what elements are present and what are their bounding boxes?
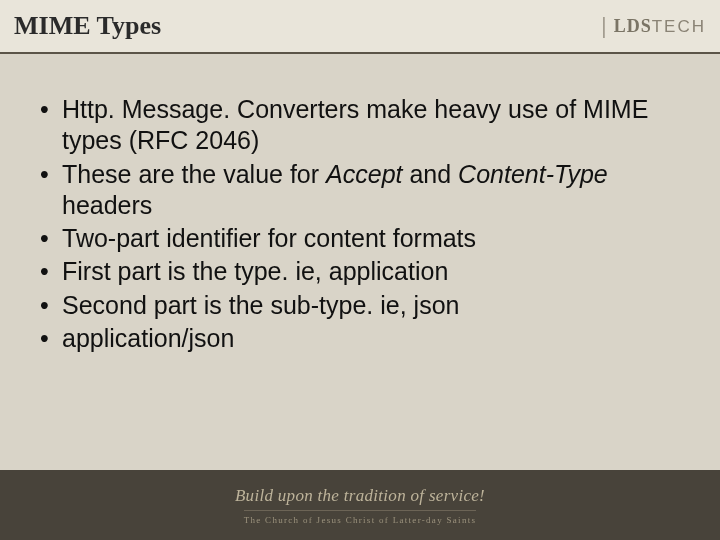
footer-tagline: Build upon the tradition of service! bbox=[235, 486, 485, 506]
slide-title: MIME Types bbox=[14, 11, 161, 41]
list-item: Http. Message. Converters make heavy use… bbox=[38, 94, 690, 157]
list-item: application/json bbox=[38, 323, 690, 354]
brand-lds: LDS bbox=[614, 16, 652, 36]
brand-divider: | bbox=[601, 13, 608, 39]
brand-logo: | LDSTECH bbox=[601, 13, 706, 39]
footer-org: The Church of Jesus Christ of Latter-day… bbox=[244, 510, 477, 525]
brand-tech: TECH bbox=[652, 17, 706, 36]
list-item: Two-part identifier for content formats bbox=[38, 223, 690, 254]
list-item: Second part is the sub-type. ie, json bbox=[38, 290, 690, 321]
slide: MIME Types | LDSTECH Http. Message. Conv… bbox=[0, 0, 720, 540]
list-item: These are the value for Accept and Conte… bbox=[38, 159, 690, 222]
title-bar: MIME Types | LDSTECH bbox=[0, 0, 720, 54]
bullet-list: Http. Message. Converters make heavy use… bbox=[38, 94, 690, 354]
list-item: First part is the type. ie, application bbox=[38, 256, 690, 287]
slide-footer: Build upon the tradition of service! The… bbox=[0, 470, 720, 540]
slide-content: Http. Message. Converters make heavy use… bbox=[0, 54, 720, 470]
